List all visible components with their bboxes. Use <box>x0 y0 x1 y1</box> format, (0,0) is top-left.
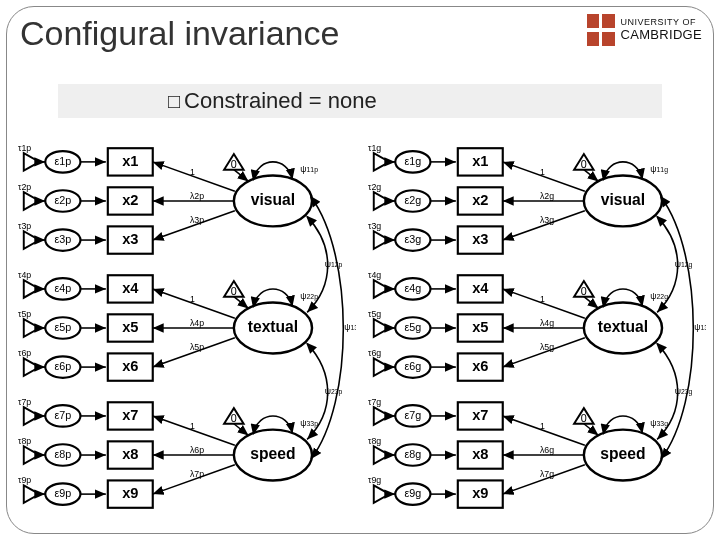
svg-text:visual: visual <box>601 191 645 208</box>
svg-text:τ3p: τ3p <box>18 221 31 231</box>
svg-text:τ5g: τ5g <box>368 309 381 319</box>
svg-text:x9: x9 <box>122 485 138 501</box>
svg-text:x6: x6 <box>122 358 138 374</box>
svg-text:textual: textual <box>248 318 298 335</box>
svg-text:ε3g: ε3g <box>404 233 421 245</box>
svg-text:λ3p: λ3p <box>190 215 204 225</box>
svg-text:x5: x5 <box>472 319 488 335</box>
svg-text:x2: x2 <box>122 192 138 208</box>
svg-text:x7: x7 <box>472 407 488 423</box>
svg-text:ψ23p: ψ23p <box>325 386 343 396</box>
svg-text:ε5g: ε5g <box>404 321 421 333</box>
slide-title: Configural invariance <box>20 14 339 53</box>
svg-marker-203 <box>374 446 390 464</box>
svg-text:ε1g: ε1g <box>404 155 421 167</box>
items: ε1pτ1px11ε2pτ2px2λ2pε3pτ3px3λ3pε4pτ4px41… <box>18 143 235 508</box>
svg-text:λ6p: λ6p <box>190 445 204 455</box>
svg-text:ε4p: ε4p <box>54 282 71 294</box>
factor-textual: textual ψ22g 0 <box>574 281 668 353</box>
svg-text:0: 0 <box>231 285 237 297</box>
svg-text:ε9g: ε9g <box>404 487 421 499</box>
factor-speed: speed ψ33g 0 <box>574 408 668 480</box>
svg-line-127 <box>584 424 599 436</box>
svg-text:x3: x3 <box>122 231 138 247</box>
svg-text:0: 0 <box>231 158 237 170</box>
svg-marker-92 <box>24 446 40 464</box>
svg-marker-22 <box>24 153 40 171</box>
svg-text:λ3g: λ3g <box>540 215 554 225</box>
svg-text:ε2g: ε2g <box>404 194 421 206</box>
university-logo: UNIVERSITY OF CAMBRIDGE <box>587 14 702 46</box>
svg-text:ε7g: ε7g <box>404 409 421 421</box>
svg-marker-133 <box>374 153 390 171</box>
svg-text:τ4p: τ4p <box>18 270 31 280</box>
svg-text:ψ23g: ψ23g <box>675 386 693 396</box>
svg-text:λ6g: λ6g <box>540 445 554 455</box>
svg-text:visual: visual <box>251 191 295 208</box>
svg-text:λ2p: λ2p <box>190 191 204 201</box>
svg-text:1: 1 <box>190 167 195 177</box>
svg-marker-82 <box>24 407 40 425</box>
svg-text:ε7p: ε7p <box>54 409 71 421</box>
svg-text:τ3g: τ3g <box>368 221 381 231</box>
svg-text:x6: x6 <box>472 358 488 374</box>
svg-text:ψ13p: ψ13p <box>344 322 356 332</box>
panel-group-p: visual ψ11p 0 textual ψ22p 0 speed <box>14 130 356 526</box>
svg-text:x8: x8 <box>122 446 138 462</box>
svg-text:x5: x5 <box>122 319 138 335</box>
svg-text:ε5p: ε5p <box>54 321 71 333</box>
svg-text:1: 1 <box>540 421 545 431</box>
crest-icon <box>587 14 615 46</box>
factor-visual: visual ψ11g 0 <box>574 154 668 226</box>
svg-text:λ4p: λ4p <box>190 318 204 328</box>
svg-text:ε2p: ε2p <box>54 194 71 206</box>
svg-text:τ1g: τ1g <box>368 143 381 153</box>
svg-text:τ2p: τ2p <box>18 182 31 192</box>
factor-speed: speed ψ33p 0 <box>224 408 318 480</box>
bullet-icon: □ <box>168 90 180 113</box>
factor-textual: textual ψ22p 0 <box>224 281 318 353</box>
svg-text:ψ33g: ψ33g <box>650 418 668 428</box>
svg-text:λ7p: λ7p <box>190 470 204 480</box>
svg-text:x3: x3 <box>472 231 488 247</box>
svg-text:ψ33p: ψ33p <box>300 418 318 428</box>
subtitle-text: Constrained = none <box>184 88 377 114</box>
psi11: ψ11p <box>300 164 318 174</box>
items: ε1gτ1gx11ε2gτ2gx2λ2gε3gτ3gx3λ3gε4gτ4gx41… <box>368 143 585 508</box>
svg-marker-163 <box>374 280 390 298</box>
svg-text:λ7g: λ7g <box>540 470 554 480</box>
svg-marker-173 <box>374 319 390 337</box>
svg-line-10 <box>234 297 249 309</box>
svg-text:x9: x9 <box>472 485 488 501</box>
svg-text:ψ11g: ψ11g <box>650 164 668 174</box>
svg-text:ψ12g: ψ12g <box>675 259 693 269</box>
svg-text:0: 0 <box>231 412 237 424</box>
svg-text:ε8g: ε8g <box>404 448 421 460</box>
svg-text:τ8p: τ8p <box>18 436 31 446</box>
svg-line-4 <box>234 170 249 182</box>
svg-text:1: 1 <box>190 421 195 431</box>
svg-text:x7: x7 <box>122 407 138 423</box>
svg-text:ε8p: ε8p <box>54 448 71 460</box>
svg-text:ψ22p: ψ22p <box>300 291 318 301</box>
svg-text:τ1p: τ1p <box>18 143 31 153</box>
svg-marker-62 <box>24 319 40 337</box>
svg-line-115 <box>584 170 599 182</box>
svg-text:τ6g: τ6g <box>368 348 381 358</box>
svg-text:speed: speed <box>600 445 645 462</box>
svg-text:x1: x1 <box>472 153 488 169</box>
svg-text:τ9p: τ9p <box>18 475 31 485</box>
svg-text:λ5p: λ5p <box>190 342 204 352</box>
svg-text:1: 1 <box>540 167 545 177</box>
logo-line2: CAMBRIDGE <box>621 28 702 42</box>
svg-text:textual: textual <box>598 318 648 335</box>
svg-marker-153 <box>374 231 390 249</box>
svg-marker-32 <box>24 192 40 210</box>
svg-text:ε6g: ε6g <box>404 360 421 372</box>
svg-line-16 <box>234 424 249 436</box>
svg-text:τ6p: τ6p <box>18 348 31 358</box>
svg-text:τ8g: τ8g <box>368 436 381 446</box>
svg-text:λ5g: λ5g <box>540 342 554 352</box>
svg-text:ψ22g: ψ22g <box>650 291 668 301</box>
svg-text:τ5p: τ5p <box>18 309 31 319</box>
